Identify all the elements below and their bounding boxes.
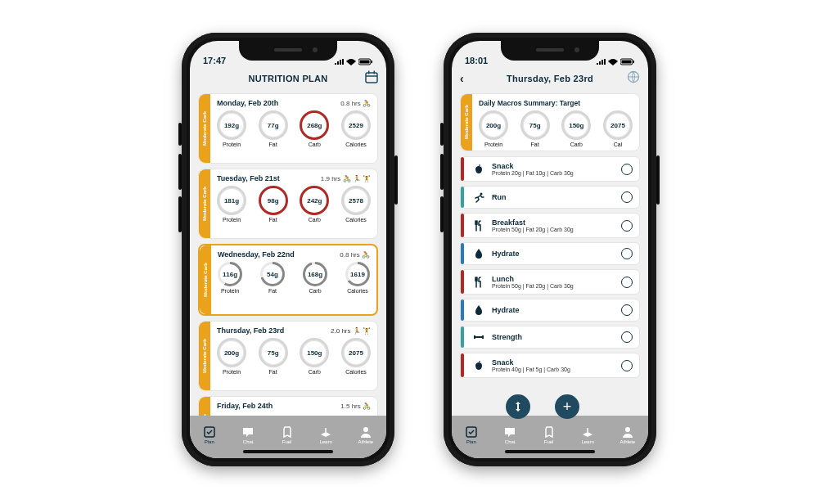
macro-label: Carb [309, 217, 321, 223]
apple-icon [471, 164, 487, 175]
header: NUTRITION PLAN [190, 67, 386, 90]
day-category-tab: Moderate Carb [199, 169, 210, 238]
macro: 268gCarb [300, 110, 329, 147]
macro-ring: 1619 [345, 262, 370, 286]
item-checkbox[interactable] [621, 304, 633, 316]
tab-chat[interactable]: Chat [503, 425, 516, 444]
run-icon [471, 191, 487, 203]
macro-ring: 268g [300, 110, 329, 140]
summary-category-tab: Moderate Carb [461, 94, 472, 151]
macro-label: Calories [347, 288, 368, 294]
item-accent [461, 214, 464, 237]
day-list[interactable]: Moderate Carb Monday, Feb 20th 0.8 hrs 🚴… [190, 88, 386, 421]
macro-label: Fat [269, 217, 277, 223]
day-card[interactable]: Moderate Carb Monday, Feb 20th 0.8 hrs 🚴… [198, 93, 378, 164]
macro-ring: 181g [217, 186, 246, 215]
item-accent [461, 326, 464, 348]
macro: 116gProtein [218, 262, 242, 294]
page-title: NUTRITION PLAN [248, 74, 327, 83]
item-subtitle: Protein 50g | Fat 20g | Carb 30g [492, 227, 621, 232]
item-checkbox[interactable] [621, 360, 633, 371]
svg-point-13 [480, 193, 483, 196]
plan-item[interactable]: Lunch Protein 50g | Fat 20g | Carb 30g [460, 269, 640, 295]
item-title: Hydrate [492, 306, 621, 314]
item-accent [461, 187, 464, 208]
plan-list[interactable]: Moderate Carb Daily Macros Summary: Targ… [452, 88, 648, 421]
macro: 77gFat [259, 110, 288, 147]
phone-right: 18:01 ‹ Thursday, Feb 23rd Moderate Carb… [444, 33, 656, 466]
item-checkbox[interactable] [621, 164, 633, 175]
macro-label: Protein [484, 142, 502, 147]
macro-label: Carb [309, 288, 321, 294]
macro-ring: 54g [260, 262, 285, 286]
macro-ring: 150g [300, 338, 329, 367]
item-checkbox[interactable] [621, 248, 633, 259]
plan-item[interactable]: Run [460, 186, 640, 209]
item-subtitle: Protein 50g | Fat 20g | Carb 30g [492, 283, 621, 289]
svg-rect-1 [360, 61, 370, 64]
tab-chat[interactable]: Chat [241, 425, 255, 444]
globe-icon[interactable] [627, 70, 640, 85]
tab-label: Athlete [358, 439, 374, 444]
macro-ring: 242g [300, 186, 329, 215]
plan-item[interactable]: Hydrate [460, 242, 640, 265]
day-card[interactable]: Moderate Carb Wednesday, Feb 22nd 0.8 hr… [198, 244, 378, 316]
calendar-icon[interactable] [365, 70, 378, 85]
item-checkbox[interactable] [621, 191, 633, 203]
plan-item[interactable]: Strength [460, 326, 640, 349]
macro-ring: 98g [259, 186, 288, 215]
macro-ring: 2075 [341, 338, 371, 367]
macro-label: Carb [309, 142, 321, 147]
day-card[interactable]: Moderate Carb Tuesday, Feb 21st 1.9 hrs … [198, 169, 378, 239]
macro-ring: 116g [218, 262, 242, 286]
back-icon[interactable]: ‹ [460, 72, 464, 85]
dumbbell-icon [471, 331, 487, 343]
item-accent [461, 299, 464, 321]
tab-plan[interactable]: Plan [465, 425, 478, 444]
tab-plan[interactable]: Plan [203, 425, 216, 444]
macro: 200gProtein [217, 338, 246, 375]
status-icons [334, 58, 373, 65]
svg-rect-3 [366, 73, 377, 83]
item-accent [461, 353, 464, 377]
svg-point-8 [363, 427, 368, 432]
day-name: Wednesday, Feb 22nd [218, 250, 295, 259]
item-checkbox[interactable] [621, 331, 633, 343]
macro-label: Carb [309, 369, 321, 375]
plan-item[interactable]: Snack Protein 20g | Fat 10g | Carb 30g [460, 156, 640, 182]
item-accent [461, 270, 464, 294]
plan-item[interactable]: Hydrate [460, 299, 640, 322]
tab-learn[interactable]: Learn [319, 425, 332, 444]
add-button[interactable]: + [555, 394, 579, 419]
tab-fuel[interactable]: Fuel [543, 425, 556, 444]
macro-ring: 75g [259, 338, 288, 367]
plan-item[interactable]: Snack Protein 40g | Fat 5g | Carb 30g [460, 353, 640, 378]
macro: 54gFat [260, 262, 285, 294]
macro-ring: 75g [520, 110, 550, 140]
item-title: Strength [492, 333, 621, 341]
notch [239, 41, 337, 61]
macro: 192gProtein [217, 110, 246, 147]
tab-learn[interactable]: Learn [581, 425, 594, 444]
item-checkbox[interactable] [621, 277, 633, 288]
status-time: 17:47 [203, 56, 226, 65]
macro: 75gFat [259, 338, 288, 375]
tab-fuel[interactable]: Fuel [281, 425, 294, 444]
item-checkbox[interactable] [621, 220, 633, 232]
tab-athlete[interactable]: Athlete [358, 425, 374, 444]
drop-icon [471, 304, 487, 316]
item-title: Snack [492, 162, 621, 170]
tab-label: Chat [505, 439, 516, 444]
day-hours: 1.9 hrs 🚴 🏃 🏋️ [321, 175, 371, 182]
cutlery-icon [471, 220, 487, 232]
tab-athlete[interactable]: Athlete [620, 425, 636, 444]
plan-item[interactable]: Breakfast Protein 50g | Fat 20g | Carb 3… [460, 213, 640, 238]
tab-label: Plan [205, 439, 214, 444]
svg-rect-11 [633, 61, 635, 63]
header: ‹ Thursday, Feb 23rd [452, 67, 648, 90]
macros-row: 192gProtein77gFat268gCarb2529Calories [217, 110, 371, 147]
macro-ring: 168g [303, 262, 327, 286]
macro-label: Protein [223, 142, 241, 147]
reorder-button[interactable] [506, 394, 530, 419]
day-card[interactable]: Moderate Carb Thursday, Feb 23rd 2.0 hrs… [198, 321, 378, 391]
